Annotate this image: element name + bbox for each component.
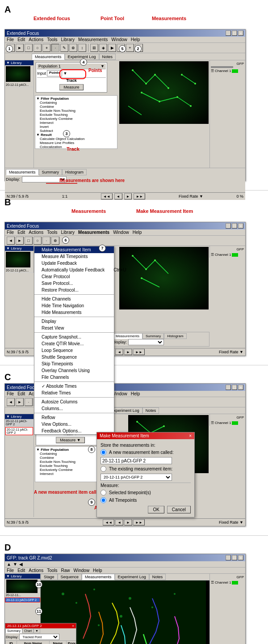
meas-panel-close-d[interactable]: × <box>72 624 74 628</box>
menu-skip-timepoints[interactable]: Skip Timepoints <box>34 360 114 367</box>
d-icon-3[interactable]: ◀ <box>19 562 23 567</box>
tab-notes-a[interactable]: Notes <box>99 54 116 60</box>
tab-measurements-a[interactable]: Measurements <box>32 54 65 60</box>
close-btn-b[interactable]: × <box>238 223 243 229</box>
toolbar-btn-a2[interactable]: ◈ <box>99 44 107 52</box>
measure-btn-a[interactable]: Measure <box>37 84 106 90</box>
display-select-b[interactable] <box>128 339 164 345</box>
menu-raw-d[interactable]: Raw <box>61 568 70 573</box>
window-controls-c[interactable]: _ □ × <box>226 385 243 390</box>
menu-hide-time-nav[interactable]: Hide Time Navigation <box>34 302 114 309</box>
display-select-d[interactable]: Tracked Point <box>19 634 59 640</box>
sidebar-item-excl[interactable]: Exclude Touching <box>36 113 116 117</box>
menu-file-channels[interactable]: File Channels <box>34 374 114 381</box>
measure-button-c[interactable]: Measure ▼ <box>56 437 84 443</box>
nav-end-c[interactable]: ►► <box>133 519 145 525</box>
tb-c-1[interactable]: ◄ <box>7 398 15 406</box>
maximize-btn-b[interactable]: □ <box>232 223 237 229</box>
menubar-a[interactable]: File Edit Actions Tools Library Measurem… <box>5 37 245 43</box>
nav-next-b[interactable]: ► <box>124 349 132 355</box>
dialog-close-c[interactable]: × <box>189 433 192 438</box>
menu-measurements-b[interactable]: Measurements <box>78 230 109 235</box>
existing-select-c[interactable]: 20-12-11 pACt-GFP 2 <box>100 474 172 481</box>
menu-tools-d[interactable]: Tools <box>47 568 57 573</box>
close-btn-a[interactable]: × <box>238 30 243 36</box>
menu-actions-b[interactable]: Actions <box>29 230 43 235</box>
existing-radio-c[interactable] <box>100 466 106 472</box>
new-radio-c[interactable] <box>100 449 106 455</box>
menu-shuttle-sequence[interactable]: Shuttle Sequence <box>34 354 114 360</box>
library-item-a[interactable]: 20-12-11 pACt... <box>5 83 34 87</box>
points-btn-a[interactable]: Points <box>47 70 62 76</box>
new-name-input-c[interactable] <box>100 457 172 464</box>
toolbar-btn-point[interactable]: · <box>51 44 59 52</box>
library-item-b[interactable]: 20-12-11 pACt... <box>5 268 34 273</box>
menu-restore-protocol[interactable]: Restore Protocol... <box>34 287 114 293</box>
tab-sequence-d[interactable]: Sequence <box>58 574 82 580</box>
d-icon-2[interactable]: ▼ <box>13 562 17 567</box>
menu-tools-b[interactable]: Tools <box>47 230 57 235</box>
menu-library-b[interactable]: Library <box>61 230 75 235</box>
menu-window-d[interactable]: Window <box>74 568 90 573</box>
toolbar-btn-poly[interactable]: ⌖ <box>42 44 50 52</box>
lib-item-d2[interactable]: 20-12-11 pACt-GFP 2 <box>5 597 40 602</box>
measure-button-a[interactable]: Measure <box>59 84 83 90</box>
menu-edit-b[interactable]: Edit <box>17 230 25 235</box>
menu-display[interactable]: Display <box>34 318 114 325</box>
menu-file-d[interactable]: File <box>7 568 14 573</box>
selected-radio-c[interactable] <box>100 490 106 496</box>
nav-end-b[interactable]: ►► <box>133 349 145 355</box>
menu-edit-c[interactable]: Edit <box>17 391 25 396</box>
maximize-btn-a[interactable]: □ <box>232 30 237 36</box>
menu-window-a[interactable]: Window <box>111 37 127 42</box>
sidebar-item-calc[interactable]: Calculate Object Calculation <box>36 137 116 141</box>
close-btn-c[interactable]: × <box>238 385 243 390</box>
menu-loop-sequence[interactable]: Loop Sequence <box>34 347 114 354</box>
minimize-btn-d[interactable]: _ <box>226 555 231 560</box>
menu-help-c[interactable]: Help <box>131 391 140 396</box>
tb-b-5[interactable]: · <box>42 237 50 245</box>
menu-clear-protocol[interactable]: Clear Protocol <box>34 273 114 280</box>
sc-combine[interactable]: Combine <box>36 456 103 460</box>
meas-tab-chart[interactable]: Chart <box>22 628 34 633</box>
menu-auto-update[interactable]: Automatically Update FeedbackCtrl+U <box>34 267 114 273</box>
library-item-c2[interactable]: 20-12-11 pACt-GFP 2 <box>5 427 33 435</box>
sc-intersect[interactable]: Intersect <box>36 472 103 476</box>
nav-back-b[interactable]: ◄ <box>115 349 123 355</box>
sc-excl-comb[interactable]: Exclusively Combine <box>36 468 103 472</box>
library-item-c1[interactable]: 20-12-11 pACt-GFP 2 <box>5 419 34 427</box>
meas-tab-summary[interactable]: Summary <box>5 628 22 633</box>
bottom-tab-meas-b[interactable]: Measurements <box>113 333 142 339</box>
toolbar-btn-a5[interactable]: + <box>126 44 134 52</box>
tb-b-4[interactable]: ○ <box>34 237 42 245</box>
menu-view-options[interactable]: View Options... <box>34 421 114 428</box>
all-radio-c[interactable] <box>100 497 106 503</box>
tb-b-2[interactable]: ► <box>16 237 24 245</box>
tb-b-1[interactable]: ◄ <box>7 237 15 245</box>
window-controls-d[interactable]: _ □ × <box>226 555 243 560</box>
menu-save-protocol[interactable]: Save Protocol... <box>34 280 114 287</box>
d-icon-1[interactable]: ▲ <box>7 562 11 567</box>
menu-file-b[interactable]: File <box>7 230 14 235</box>
menu-file-c[interactable]: File <box>7 391 14 396</box>
tab-exp-log-d[interactable]: Experiment Log <box>115 574 149 580</box>
toolbar-btn-draw[interactable]: ✎ <box>60 44 68 52</box>
tab-measurements-d[interactable]: Measurements <box>82 574 115 580</box>
toolbar-btn-a3[interactable]: ▶ <box>108 44 116 52</box>
nav-prev-c[interactable]: ◄◄ <box>103 519 114 525</box>
menubar-d[interactable]: File Edit Actions Tools Raw Window Help <box>5 568 245 574</box>
tb-b-6[interactable]: ⊕ <box>51 237 59 245</box>
menu-help-d[interactable]: Help <box>93 568 102 573</box>
tb-b-3[interactable]: □ <box>25 237 33 245</box>
bottom-tab-hist-b[interactable]: Histogram <box>164 333 186 339</box>
window-controls-b[interactable]: _ □ × <box>226 223 243 229</box>
bottom-tab-histogram-a[interactable]: Histogram <box>62 169 87 175</box>
sidebar-item-combine[interactable]: Combine <box>36 105 116 109</box>
tb-c-3[interactable]: · <box>25 398 33 406</box>
meas-tab-more[interactable]: ▼ <box>34 628 40 633</box>
bottom-tab-measurements-a[interactable]: Measurements <box>6 169 39 175</box>
nav-back-c[interactable]: ◄ <box>115 519 123 525</box>
menu-reset-view[interactable]: Reset View <box>34 325 114 331</box>
menu-reflow[interactable]: Reflow <box>34 414 114 421</box>
cancel-btn-c[interactable]: Cancel <box>167 506 191 513</box>
